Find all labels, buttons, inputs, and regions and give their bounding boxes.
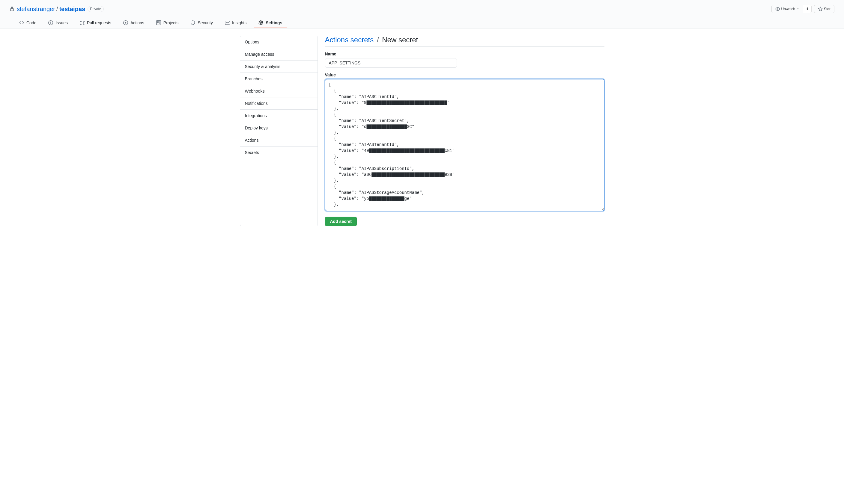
tab-insights[interactable]: Insights [220,18,251,28]
pagehead: stefanstranger / testaipas Private Unwat… [0,0,844,29]
secret-value-textarea[interactable] [325,79,604,211]
tab-projects[interactable]: Projects [152,18,183,28]
repo-owner-link[interactable]: stefanstranger [17,6,55,13]
tab-security[interactable]: Security [186,18,218,28]
gear-icon [259,20,263,25]
value-field-group: Value [325,73,604,212]
repohead: stefanstranger / testaipas Private Unwat… [10,5,834,13]
breadcrumb-parent-link[interactable]: Actions secrets [325,36,374,44]
main-content: Actions secrets / New secret Name Value … [325,36,604,226]
sidebar-item-options[interactable]: Options [240,36,317,48]
breadcrumb-current: New secret [382,36,418,44]
tab-issues[interactable]: Issues [43,18,72,28]
main-container: Options Manage access Security & analysi… [230,36,614,226]
tab-label: Actions [130,20,144,25]
tab-label: Code [27,20,36,25]
issue-icon [48,20,53,25]
secret-name-input[interactable] [325,58,457,68]
repo-breadcrumb: stefanstranger / testaipas Private [10,6,104,13]
settings-sidebar: Options Manage access Security & analysi… [240,36,318,226]
tab-actions[interactable]: Actions [119,18,149,28]
repo-nav: Code Issues Pull requests Actions Projec… [10,18,834,28]
project-icon [156,20,161,25]
shield-icon [190,20,195,25]
eye-icon [775,6,780,12]
tab-label: Pull requests [87,20,111,25]
tab-label: Insights [232,20,246,25]
watch-count[interactable]: 1 [803,5,812,13]
visibility-badge: Private [88,6,103,12]
tab-label: Security [198,20,213,25]
unwatch-label: Unwatch [781,6,795,12]
lock-icon [10,6,14,12]
star-button[interactable]: Star [814,5,834,13]
repo-name-link[interactable]: testaipas [59,6,85,12]
sidebar-item-secrets[interactable]: Secrets [240,146,317,159]
name-field-group: Name [325,52,604,68]
sidebar-item-security-analysis[interactable]: Security & analysis [240,60,317,73]
star-label: Star [824,6,830,12]
name-label: Name [325,52,604,56]
unwatch-button[interactable]: Unwatch [771,5,804,13]
sidebar-item-manage-access[interactable]: Manage access [240,48,317,60]
sidebar-item-branches[interactable]: Branches [240,73,317,85]
value-label: Value [325,73,604,77]
tab-code[interactable]: Code [14,18,41,28]
add-secret-button[interactable]: Add secret [325,217,357,226]
sidebar-item-integrations[interactable]: Integrations [240,110,317,122]
tab-settings[interactable]: Settings [254,18,287,28]
breadcrumb-sep: / [377,36,379,44]
repo-actions: Unwatch 1 Star [771,5,834,13]
breadcrumb-sep: / [56,6,58,13]
sidebar-item-notifications[interactable]: Notifications [240,97,317,110]
dropdown-caret-icon [796,7,799,11]
tab-label: Projects [163,20,179,25]
tab-pulls[interactable]: Pull requests [75,18,116,28]
git-pull-request-icon [80,20,85,25]
new-secret-form: Name Value Add secret [325,52,604,226]
star-icon [818,6,823,12]
sidebar-item-actions[interactable]: Actions [240,134,317,146]
graph-icon [225,20,230,25]
play-icon [123,20,128,25]
page-title: Actions secrets / New secret [325,36,604,44]
code-icon [19,20,24,25]
tab-label: Issues [55,20,68,25]
tab-label: Settings [266,20,282,25]
sidebar-item-deploy-keys[interactable]: Deploy keys [240,122,317,134]
sidebar-item-webhooks[interactable]: Webhooks [240,85,317,97]
subhead: Actions secrets / New secret [325,36,604,47]
